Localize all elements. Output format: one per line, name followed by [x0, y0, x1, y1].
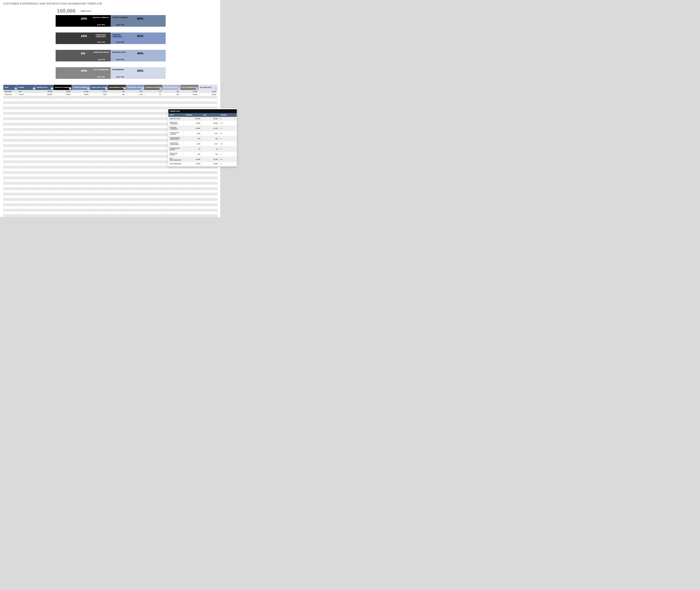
- table-cell[interactable]: [72, 117, 90, 120]
- table-cell[interactable]: [72, 144, 90, 147]
- table-cell[interactable]: [53, 96, 72, 99]
- table-cell[interactable]: [108, 123, 126, 125]
- table-cell[interactable]: [108, 115, 126, 117]
- table-cell[interactable]: [144, 123, 162, 125]
- table-cell[interactable]: [90, 112, 108, 115]
- table-cell[interactable]: [53, 177, 72, 179]
- table-cell[interactable]: [180, 198, 199, 201]
- table-cell[interactable]: [17, 142, 35, 144]
- table-cell[interactable]: 936: [108, 93, 126, 96]
- column-header[interactable]: DATE: [3, 85, 17, 90]
- table-cell[interactable]: [126, 174, 144, 177]
- table-cell[interactable]: [17, 163, 35, 166]
- table-cell[interactable]: [3, 155, 17, 158]
- table-cell[interactable]: [199, 185, 218, 187]
- table-cell[interactable]: [17, 104, 35, 107]
- table-cell[interactable]: [17, 201, 35, 204]
- table-cell[interactable]: [90, 206, 108, 209]
- table-cell[interactable]: [180, 209, 199, 212]
- table-cell[interactable]: [35, 182, 53, 185]
- table-cell[interactable]: [126, 163, 144, 166]
- table-cell[interactable]: [35, 204, 53, 206]
- table-cell[interactable]: [72, 101, 90, 104]
- table-cell[interactable]: [126, 169, 144, 171]
- table-cell[interactable]: [180, 101, 199, 104]
- table-cell[interactable]: [90, 117, 108, 120]
- table-cell[interactable]: [126, 128, 144, 131]
- table-cell[interactable]: [90, 120, 108, 123]
- table-cell[interactable]: 548: [108, 90, 126, 93]
- table-row[interactable]: [3, 190, 218, 193]
- table-cell[interactable]: 5,200: [90, 93, 108, 96]
- table-cell[interactable]: [72, 134, 90, 136]
- table-cell[interactable]: [35, 136, 53, 139]
- table-cell[interactable]: [90, 99, 108, 101]
- table-cell[interactable]: [90, 142, 108, 144]
- table-cell[interactable]: [53, 212, 72, 214]
- table-cell[interactable]: [90, 150, 108, 153]
- table-cell[interactable]: [53, 193, 72, 195]
- table-cell[interactable]: [35, 198, 53, 201]
- table-cell[interactable]: [53, 150, 72, 153]
- table-cell[interactable]: [180, 204, 199, 206]
- table-cell[interactable]: Current: [17, 93, 35, 96]
- table-cell[interactable]: [35, 104, 53, 107]
- table-cell[interactable]: [108, 104, 126, 107]
- table-cell[interactable]: [17, 161, 35, 163]
- table-cell[interactable]: [72, 112, 90, 115]
- table-cell[interactable]: [72, 198, 90, 201]
- table-cell[interactable]: 883: [162, 93, 181, 96]
- table-cell[interactable]: [108, 185, 126, 187]
- table-cell[interactable]: [126, 131, 144, 134]
- table-cell[interactable]: [126, 204, 144, 206]
- table-cell[interactable]: [17, 125, 35, 128]
- column-header[interactable]: AMOUNT SOLD: [35, 85, 53, 90]
- table-cell[interactable]: [162, 96, 181, 99]
- table-cell[interactable]: [90, 185, 108, 187]
- table-cell[interactable]: [53, 153, 72, 155]
- table-cell[interactable]: [144, 112, 162, 115]
- table-cell[interactable]: [53, 112, 72, 115]
- table-cell[interactable]: [162, 193, 181, 195]
- table-cell[interactable]: [108, 206, 126, 209]
- table-cell[interactable]: [126, 150, 144, 153]
- table-cell[interactable]: [3, 166, 17, 169]
- table-cell[interactable]: [199, 193, 218, 195]
- table-cell[interactable]: [90, 195, 108, 198]
- table-cell[interactable]: [72, 185, 90, 187]
- table-cell[interactable]: [17, 209, 35, 212]
- table-cell[interactable]: [17, 193, 35, 195]
- table-cell[interactable]: [162, 101, 181, 104]
- table-cell[interactable]: [90, 161, 108, 163]
- table-cell[interactable]: [72, 174, 90, 177]
- table-cell[interactable]: [199, 177, 218, 179]
- table-cell[interactable]: [35, 150, 53, 153]
- table-cell[interactable]: [108, 161, 126, 163]
- table-cell[interactable]: [72, 131, 90, 134]
- table-cell[interactable]: [17, 166, 35, 169]
- table-cell[interactable]: [162, 195, 181, 198]
- table-cell[interactable]: [90, 104, 108, 107]
- table-cell[interactable]: [144, 179, 162, 182]
- table-cell[interactable]: [126, 206, 144, 209]
- table-cell[interactable]: [35, 117, 53, 120]
- table-cell[interactable]: [90, 115, 108, 117]
- table-cell[interactable]: [126, 177, 144, 179]
- column-header[interactable]: PERIOD: [17, 85, 35, 90]
- table-cell[interactable]: [17, 179, 35, 182]
- table-cell[interactable]: [90, 163, 108, 166]
- table-cell[interactable]: [126, 212, 144, 214]
- table-cell[interactable]: [180, 174, 199, 177]
- table-cell[interactable]: [162, 169, 181, 171]
- table-cell[interactable]: [72, 155, 90, 158]
- table-cell[interactable]: [53, 128, 72, 131]
- table-cell[interactable]: [199, 206, 218, 209]
- table-cell[interactable]: [144, 163, 162, 166]
- table-cell[interactable]: [53, 107, 72, 109]
- table-cell[interactable]: [35, 153, 53, 155]
- table-cell[interactable]: [180, 169, 199, 171]
- table-cell[interactable]: [72, 169, 90, 171]
- table-cell[interactable]: [126, 115, 144, 117]
- table-cell[interactable]: [90, 201, 108, 204]
- table-row[interactable]: [3, 209, 218, 212]
